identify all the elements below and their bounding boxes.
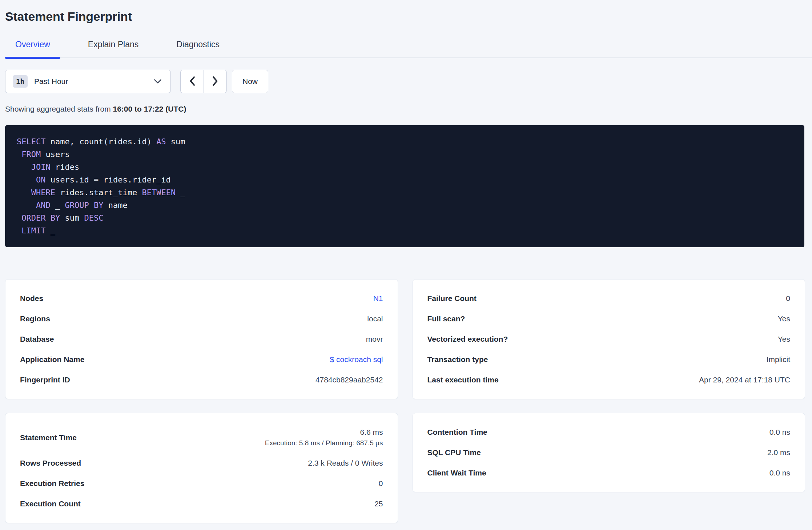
vectorized-execution-value: Yes: [778, 335, 790, 344]
row-label-failure-count: Failure Count: [427, 294, 477, 303]
time-range-select[interactable]: 1h Past Hour: [5, 70, 171, 93]
database-value: movr: [366, 335, 383, 344]
table-row: Statement Time 6.6 ms Execution: 5.8 ms …: [20, 422, 383, 453]
fingerprint-id-value: 4784cb829aab2542: [315, 376, 383, 384]
application-name-link[interactable]: $ cockroach sql: [330, 355, 383, 364]
row-label-execution-retries: Execution Retries: [20, 479, 84, 488]
chevron-right-icon: [211, 76, 219, 88]
card-execution-stats: Statement Time 6.6 ms Execution: 5.8 ms …: [5, 413, 398, 523]
time-range-toolbar: 1h Past Hour Now: [5, 70, 805, 93]
row-label-contention-time: Contention Time: [427, 428, 487, 437]
table-row: SQL CPU Time 2.0 ms: [427, 442, 791, 463]
rows-processed-value: 2.3 k Reads / 0 Writes: [308, 459, 383, 467]
aggregated-stats-text: Showing aggregated stats from 16:00 to 1…: [5, 105, 805, 113]
table-row: Last execution time Apr 29, 2024 at 17:1…: [427, 370, 791, 390]
table-row: Vectorized execution? Yes: [427, 329, 791, 349]
time-range-label: Past Hour: [34, 77, 68, 86]
sql-statement-box: SELECT name, count(rides.id) AS sum FROM…: [5, 125, 804, 247]
page-title: Statement Fingerprint: [5, 9, 805, 24]
execution-count-value: 25: [374, 499, 383, 508]
row-label-regions: Regions: [20, 314, 50, 323]
now-button[interactable]: Now: [232, 70, 268, 93]
full-scan-value: Yes: [778, 314, 790, 323]
aggregated-stats-prefix: Showing aggregated stats from: [5, 105, 113, 113]
tab-bar: Overview Explain Plans Diagnostics: [5, 36, 812, 58]
client-wait-time-value: 0.0 ns: [769, 469, 790, 477]
table-row: Execution Count 25: [20, 494, 383, 514]
row-label-client-wait-time: Client Wait Time: [427, 469, 486, 477]
table-row: Nodes N1: [20, 288, 383, 309]
table-row: Rows Processed 2.3 k Reads / 0 Writes: [20, 453, 383, 473]
table-row: Client Wait Time 0.0 ns: [427, 463, 791, 483]
tab-explain-plans[interactable]: Explain Plans: [78, 36, 149, 57]
time-range-pager: [180, 70, 227, 93]
table-row: Contention Time 0.0 ns: [427, 422, 791, 442]
row-label-full-scan: Full scan?: [427, 314, 465, 323]
table-row: Fingerprint ID 4784cb829aab2542: [20, 370, 383, 390]
failure-count-value: 0: [786, 294, 790, 303]
row-label-last-execution-time: Last execution time: [427, 376, 499, 384]
row-label-vectorized-execution: Vectorized execution?: [427, 335, 508, 344]
table-row: Database movr: [20, 329, 383, 349]
table-row: Failure Count 0: [427, 288, 791, 309]
summary-cards: Nodes N1 Regions local Database movr App…: [5, 279, 805, 523]
card-execution-attributes: Failure Count 0 Full scan? Yes Vectorize…: [413, 279, 805, 399]
table-row: Execution Retries 0: [20, 473, 383, 494]
execution-retries-value: 0: [379, 479, 383, 488]
sql-cpu-time-value: 2.0 ms: [767, 448, 790, 457]
next-range-button[interactable]: [204, 70, 226, 93]
contention-time-value: 0.0 ns: [769, 428, 790, 437]
sql-code: SELECT name, count(rides.id) AS sum FROM…: [17, 135, 793, 237]
row-label-rows-processed: Rows Processed: [20, 459, 81, 467]
aggregated-stats-range: 16:00 to 17:22 (UTC): [113, 105, 186, 113]
regions-value: local: [367, 314, 383, 323]
tab-overview[interactable]: Overview: [5, 36, 60, 57]
table-row: Application Name $ cockroach sql: [20, 349, 383, 370]
chevron-left-icon: [188, 76, 196, 88]
row-label-execution-count: Execution Count: [20, 499, 81, 508]
row-label-fingerprint-id: Fingerprint ID: [20, 376, 70, 384]
statement-time-breakdown: Execution: 5.8 ms / Planning: 687.5 µs: [265, 439, 383, 447]
statement-fingerprint-page: Statement Fingerprint Overview Explain P…: [0, 0, 812, 530]
row-label-transaction-type: Transaction type: [427, 355, 488, 364]
time-range-badge: 1h: [13, 75, 28, 88]
row-label-statement-time: Statement Time: [20, 433, 77, 442]
nodes-link[interactable]: N1: [373, 294, 383, 303]
row-label-database: Database: [20, 335, 54, 344]
row-label-sql-cpu-time: SQL CPU Time: [427, 448, 481, 457]
chevron-down-icon: [154, 79, 162, 84]
statement-time-value: 6.6 ms: [360, 428, 383, 437]
transaction-type-value: Implicit: [767, 355, 790, 364]
tab-diagnostics[interactable]: Diagnostics: [166, 36, 230, 57]
table-row: Regions local: [20, 309, 383, 329]
card-statement-details: Nodes N1 Regions local Database movr App…: [5, 279, 398, 399]
row-label-nodes: Nodes: [20, 294, 43, 303]
statement-time-values: 6.6 ms Execution: 5.8 ms / Planning: 687…: [265, 428, 383, 447]
last-execution-time-value: Apr 29, 2024 at 17:18 UTC: [699, 376, 790, 384]
row-label-application-name: Application Name: [20, 355, 84, 364]
card-wait-times: Contention Time 0.0 ns SQL CPU Time 2.0 …: [413, 413, 805, 492]
table-row: Full scan? Yes: [427, 309, 791, 329]
table-row: Transaction type Implicit: [427, 349, 791, 370]
prev-range-button[interactable]: [181, 70, 204, 93]
